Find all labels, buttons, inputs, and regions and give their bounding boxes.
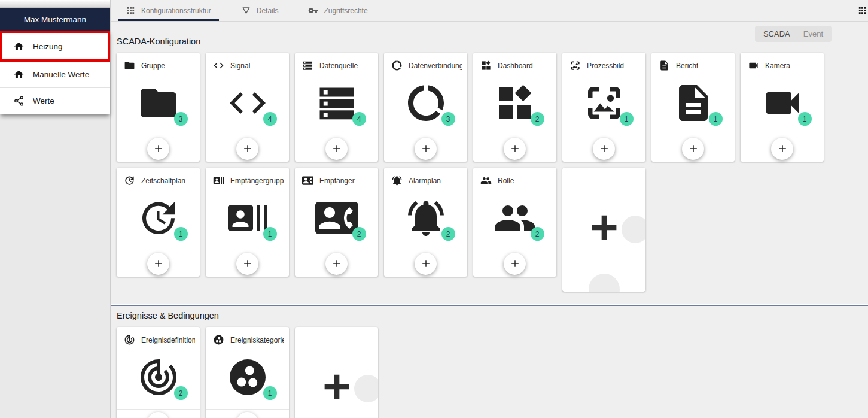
- code-icon: 4: [226, 81, 269, 125]
- card-alarmplan: Alarmplan2: [384, 168, 467, 277]
- count-badge: 1: [620, 112, 634, 126]
- contact-phone-icon: 2: [315, 196, 358, 240]
- apps-grid-icon[interactable]: [857, 5, 867, 16]
- tab-details[interactable]: Details: [233, 0, 287, 21]
- card-header: Kamera: [741, 53, 824, 71]
- card-body[interactable]: Empfängergruppe1: [206, 168, 289, 250]
- dashboard-icon: [480, 60, 492, 71]
- card-header: Dashboard: [473, 53, 556, 71]
- card-header: Datenverbindung: [384, 53, 467, 71]
- data-usage-icon: 3: [404, 81, 447, 125]
- card-header: Empfängergruppe: [206, 168, 289, 186]
- add-ereignisdefinition-button[interactable]: [147, 412, 169, 418]
- tab-konfigurationsstruktur[interactable]: Konfigurationsstruktur: [118, 0, 219, 21]
- tab-bar: KonfigurationsstrukturDetailsZugriffsrec…: [111, 0, 868, 22]
- card-rolle: Rolle2: [473, 168, 556, 277]
- add-dashboard-button[interactable]: [504, 138, 526, 160]
- apps-grid-icon: [126, 5, 136, 16]
- add-entity-placeholder-card[interactable]: [562, 168, 645, 292]
- card-title: Zeitschaltplan: [141, 177, 185, 185]
- section-title: SCADA-Konfiguration: [117, 37, 862, 47]
- count-badge: 1: [798, 112, 812, 126]
- add-datenquelle-button[interactable]: [325, 138, 348, 160]
- card-datenquelle: Datenquelle4: [295, 53, 378, 162]
- count-badge: 1: [263, 386, 277, 400]
- storage-icon: [302, 60, 313, 71]
- sidebar-menu: HeizungManuelle WerteWerte: [0, 31, 110, 114]
- toggle-event-button[interactable]: Event: [803, 29, 823, 38]
- toggle-scada-button[interactable]: SCADA: [763, 29, 790, 38]
- folder-icon: 3: [137, 81, 180, 125]
- card-ereigniskategorie: Ereigniskategorie1: [206, 327, 289, 418]
- add-empfaengergruppe-button[interactable]: [236, 253, 258, 275]
- add-signal-button[interactable]: [236, 138, 258, 160]
- card-body[interactable]: Ereignisdefinition2: [117, 327, 200, 409]
- add-empfaenger-button[interactable]: [325, 253, 348, 275]
- process-image-icon: 1: [583, 81, 626, 125]
- card-body[interactable]: Datenverbindung3: [384, 53, 467, 135]
- sidebar-item-heizung[interactable]: Heizung: [0, 31, 110, 62]
- card-body[interactable]: Gruppe3: [117, 53, 200, 135]
- card-body[interactable]: Zeitschaltplan1: [117, 168, 200, 250]
- card-body[interactable]: Dashboard2: [473, 53, 556, 135]
- add-prozessbild-button[interactable]: [593, 138, 615, 160]
- card-footer: [206, 250, 289, 277]
- count-badge: 2: [441, 227, 455, 241]
- storage-icon: 4: [315, 81, 358, 125]
- event-category-icon: 1: [226, 356, 269, 399]
- card-body[interactable]: Kamera1: [741, 53, 824, 135]
- card-header: Ereigniskategorie: [206, 327, 289, 346]
- card-body[interactable]: Prozessbild1: [562, 53, 645, 135]
- scada-event-toggle: SCADA Event: [755, 26, 832, 42]
- count-badge: 2: [531, 227, 544, 241]
- card-grid: Gruppe3Signal4Datenquelle4Datenverbindun…: [117, 53, 862, 292]
- recipients-group-icon: [213, 175, 224, 186]
- add-zeitschaltplan-button[interactable]: [147, 253, 169, 275]
- card-body[interactable]: Ereigniskategorie1: [206, 327, 289, 409]
- decorative-circle: [589, 274, 620, 292]
- card-footer: [384, 250, 467, 277]
- sidebar-item-werte[interactable]: Werte: [0, 88, 110, 114]
- tab-label: Details: [257, 7, 279, 15]
- role-people-icon: [480, 175, 492, 186]
- sidebar-item-manuelle-werte[interactable]: Manuelle Werte: [0, 62, 110, 88]
- add-event-entity-placeholder-card[interactable]: [295, 327, 378, 418]
- card-prozessbild: Prozessbild1: [562, 53, 645, 162]
- card-header: Rolle: [473, 168, 556, 186]
- dashboard-icon: 2: [494, 81, 537, 125]
- add-bericht-button[interactable]: [682, 138, 704, 160]
- plus-icon: [589, 212, 620, 243]
- card-bericht: Bericht1: [651, 53, 735, 162]
- data-usage-icon: [391, 60, 403, 71]
- tab-zugriffsrechte[interactable]: Zugriffsrechte: [300, 0, 375, 21]
- add-datenverbindung-button[interactable]: [415, 138, 437, 160]
- contact-phone-icon: [302, 175, 313, 186]
- card-body[interactable]: Rolle2: [473, 168, 556, 250]
- card-header: Bericht: [651, 53, 735, 71]
- card-title: Ereigniskategorie: [230, 336, 284, 344]
- add-ereigniskategorie-button[interactable]: [236, 412, 258, 418]
- count-badge: 4: [352, 112, 366, 126]
- add-alarmplan-button[interactable]: [415, 253, 437, 275]
- card-footer: [473, 250, 556, 277]
- card-body[interactable]: Bericht1: [651, 53, 735, 135]
- add-rolle-button[interactable]: [504, 253, 526, 275]
- user-name: Max Mustermann: [24, 15, 86, 24]
- card-body[interactable]: Empfänger2: [295, 168, 378, 250]
- card-body[interactable]: Datenquelle4: [295, 53, 378, 135]
- decorative-circle: [354, 375, 378, 402]
- card-footer: [117, 135, 200, 162]
- sidebar-item-label: Manuelle Werte: [33, 70, 89, 79]
- app-root: Max Mustermann HeizungManuelle WerteWert…: [0, 0, 868, 418]
- card-body[interactable]: Signal4: [206, 53, 289, 135]
- add-gruppe-button[interactable]: [147, 138, 169, 160]
- add-kamera-button[interactable]: [771, 138, 793, 160]
- code-icon: [213, 60, 224, 71]
- card-dashboard: Dashboard2: [473, 53, 556, 162]
- card-footer: [295, 250, 378, 277]
- home-icon: [13, 69, 25, 80]
- sidebar-item-label: Werte: [33, 96, 54, 105]
- card-header: Empfänger: [295, 168, 378, 186]
- card-body[interactable]: Alarmplan2: [384, 168, 467, 250]
- sections-container: SCADA-KonfigurationGruppe3Signal4Datenqu…: [117, 37, 862, 418]
